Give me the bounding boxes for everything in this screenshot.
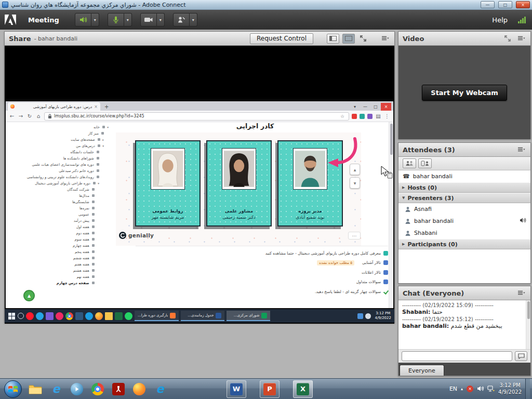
lms-nav-item[interactable]: میز کار: [8, 130, 110, 137]
firefox-icon[interactable]: [130, 380, 149, 398]
network-tray-icon[interactable]: [487, 384, 495, 394]
shared-search-icon[interactable]: [18, 313, 24, 319]
course-section-link[interactable]: سوالات چهار گزینه ای - لطفا پاسخ دهید.: [136, 287, 388, 297]
lms-nav-item[interactable]: جلسات دانشگاه: [8, 149, 110, 155]
bookmark-star-icon[interactable]: ☆: [339, 114, 345, 119]
slide-down-button[interactable]: ▼: [350, 177, 360, 189]
lms-nav-item[interactable]: دوره خانم دکتر سیدعلی: [8, 168, 110, 174]
lms-nav-item[interactable]: هفته نهم: [8, 274, 110, 280]
microphone-dropdown-icon[interactable]: ▾: [124, 13, 132, 26]
tab-list-chevron-icon[interactable]: ▾: [350, 103, 360, 111]
start-button[interactable]: [4, 380, 22, 398]
lms-nav-item[interactable]: صفحه درس چهارم: [8, 280, 110, 286]
excel-icon-shared[interactable]: [115, 312, 123, 320]
new-tab-button[interactable]: +: [104, 103, 109, 111]
extension-icon-purple[interactable]: [367, 114, 373, 119]
start-webcam-button[interactable]: Start My Webcam: [422, 85, 507, 101]
course-section-link[interactable]: تالار آشنایی ۵ مطلب خوانده نشده: [136, 258, 388, 268]
lms-nav-item[interactable]: ▾ درس‌های من: [8, 143, 110, 149]
close-button[interactable]: ×: [516, 1, 530, 8]
media-player-icon[interactable]: [68, 380, 86, 398]
back-icon[interactable]: ←: [9, 113, 15, 119]
webcam-dropdown-icon[interactable]: ▾: [157, 13, 165, 26]
extension-icon-teal[interactable]: [360, 114, 365, 119]
tab-close-icon[interactable]: ×: [94, 104, 98, 109]
chrome-icon-shared[interactable]: [65, 312, 73, 320]
adobe-reader-icon[interactable]: [109, 380, 128, 398]
word-taskbar-button[interactable]: W: [227, 380, 246, 398]
maximize-button[interactable]: □: [498, 1, 512, 8]
lms-nav-item[interactable]: هفته هفتم: [8, 261, 110, 268]
microphone-button[interactable]: [108, 13, 124, 26]
lms-nav-item[interactable]: شرکت کنندگان: [8, 187, 110, 193]
powerpoint-taskbar-button[interactable]: P: [260, 380, 280, 398]
taskbar-app-word[interactable]: جدول زمانبندی...: [181, 311, 224, 321]
ie-icon-shared[interactable]: [85, 312, 93, 320]
layout-toggle-right[interactable]: [342, 34, 355, 44]
app-icon-darkblue[interactable]: [75, 312, 83, 320]
send-message-button[interactable]: [515, 351, 527, 361]
language-indicator[interactable]: EN: [449, 385, 457, 392]
genially-logo[interactable]: genially: [119, 232, 154, 239]
chat-tab-everyone[interactable]: Everyone: [400, 365, 444, 376]
course-section-link[interactable]: سوالات متداول: [136, 277, 388, 287]
chat-pod-menu-icon[interactable]: [516, 288, 526, 298]
shared-start-icon[interactable]: [8, 312, 16, 320]
lms-nav-item[interactable]: هفته پنجم: [8, 249, 110, 255]
webcam-button[interactable]: [140, 13, 157, 26]
sidebar-icon[interactable]: ▤: [375, 113, 381, 119]
explorer-icon-shared[interactable]: [105, 312, 113, 320]
participants-group-row[interactable]: ▶ Participants (0): [398, 239, 530, 249]
phone-button[interactable]: [173, 13, 190, 26]
tray-expand-icon[interactable]: ▴: [461, 387, 463, 391]
app-icon-pink[interactable]: [56, 312, 63, 320]
hosts-group-row[interactable]: ▶ Hosts (0): [398, 182, 530, 193]
speaker-button[interactable]: [75, 13, 91, 26]
speaker-dropdown-icon[interactable]: ▾: [91, 13, 99, 26]
lms-nav-item[interactable]: شوراهای دانشکده ها: [8, 155, 110, 162]
connection-status-icon[interactable]: [518, 17, 526, 23]
course-section-link[interactable]: معرفی کامل دوره طراحی بازیوای آموزشی دیج…: [136, 248, 388, 258]
active-speaker-row[interactable]: ☎ bahar bandali: [398, 170, 530, 182]
attendee-row[interactable]: Asnafi: [398, 203, 530, 215]
slide-up-button[interactable]: ▲: [350, 164, 360, 175]
share-pod-menu-icon[interactable]: [380, 34, 390, 43]
excel-taskbar-button[interactable]: X: [293, 380, 313, 398]
scroll-top-button[interactable]: ▲: [23, 290, 35, 301]
lms-nav-item[interactable]: هفته اول: [8, 224, 110, 230]
browser-maximize-icon[interactable]: □: [370, 103, 381, 111]
lms-nav-item[interactable]: ▸ صفحه‌های سایت: [8, 137, 110, 143]
app-icon-purple[interactable]: [46, 312, 54, 320]
lms-nav-item[interactable]: هفته دوم: [8, 230, 110, 236]
browser-close-icon[interactable]: ×: [381, 103, 391, 111]
lms-nav-item[interactable]: هفته سوم: [8, 236, 110, 243]
browser-minimize-icon[interactable]: —: [360, 103, 370, 111]
presenters-group-row[interactable]: ▼ Presenters (3): [398, 193, 530, 203]
home-icon[interactable]: ⌂: [35, 113, 42, 119]
browser-e-icon[interactable]: e: [151, 380, 169, 398]
course-section-link[interactable]: تالار اعلانات: [136, 268, 388, 277]
show-desktop-button[interactable]: [525, 379, 530, 399]
help-menu[interactable]: Help: [492, 16, 508, 24]
whatsapp-icon-shared[interactable]: [125, 312, 132, 320]
lms-nav-item[interactable]: رویدادهای دانشکده علوم تربیتی و روانشناس…: [8, 174, 110, 180]
attendee-view-button[interactable]: [403, 158, 416, 168]
shared-tray-icon-blue[interactable]: [357, 313, 363, 319]
lms-nav-item[interactable]: دوره های توانمندسازی اعضای هیات علمی: [8, 162, 110, 168]
breakout-view-button[interactable]: [418, 158, 432, 168]
telegram-icon[interactable]: [36, 312, 44, 320]
shared-tray-icon-light[interactable]: [365, 313, 371, 319]
scrollbar-thumb[interactable]: [390, 124, 393, 155]
lms-nav-item[interactable]: هفته ششم: [8, 255, 110, 261]
extension-icon-red[interactable]: [352, 114, 357, 119]
lms-nav-item[interactable]: ▾ دوره طراحی بازیوای آموزشی دیجیتال: [8, 180, 110, 187]
reload-icon[interactable]: ↻: [26, 113, 33, 119]
scrollbar-thumb[interactable]: [527, 301, 530, 319]
page-scrollbar[interactable]: [389, 122, 393, 308]
chat-input[interactable]: [402, 351, 512, 361]
explorer-icon[interactable]: [26, 380, 45, 398]
opera-icon[interactable]: [26, 312, 34, 320]
minimize-button[interactable]: —: [481, 1, 495, 8]
alert-tray-icon[interactable]: ×: [467, 385, 473, 392]
meeting-menu[interactable]: Meeting: [21, 16, 66, 24]
